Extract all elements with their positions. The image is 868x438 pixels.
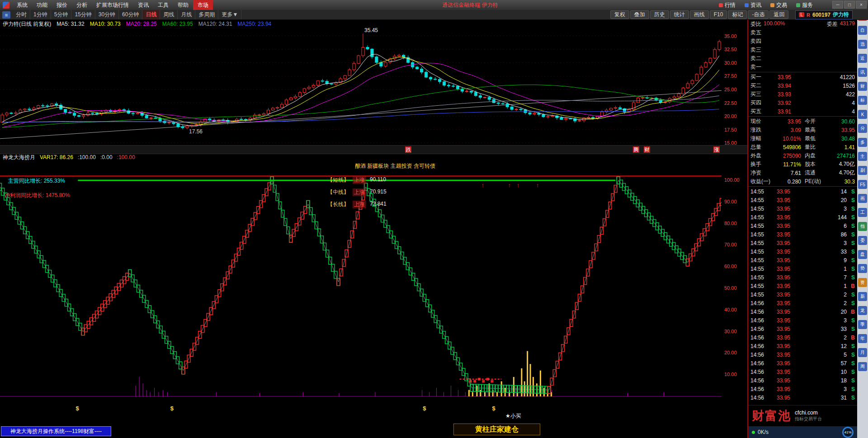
right-strip-icon-5[interactable]: 财 (858, 82, 867, 91)
right-strip-icon-2[interactable]: 选 (858, 40, 867, 49)
trade-row[interactable]: 14:5633.955S (748, 350, 857, 359)
ask-row[interactable]: 卖五 (748, 28, 857, 37)
bid-row[interactable]: 买二33.941526 (748, 81, 857, 90)
trade-row[interactable]: 14:5633.9557S (748, 359, 857, 367)
period-tab-月线[interactable]: 月线 (178, 10, 195, 19)
right-strip-icon-3[interactable]: 近 (858, 54, 867, 63)
trade-row[interactable]: 14:5633.952S (748, 299, 857, 307)
menu-item-功能[interactable]: 功能 (32, 0, 52, 10)
kline-chart[interactable] (0, 28, 722, 145)
close-button[interactable]: × (856, 1, 867, 9)
ask-row[interactable]: 卖二 (748, 54, 857, 63)
right-strip-icon-14[interactable]: 工 (858, 208, 867, 217)
trade-row[interactable]: 14:5633.9518S (748, 376, 857, 385)
period-tab-分时[interactable]: 分时 (13, 10, 30, 19)
right-strip-icon-24[interactable]: 月 (858, 348, 867, 357)
toolbar-button-标记[interactable]: 标记 (728, 10, 747, 19)
trade-row[interactable]: 14:5633.953S (748, 385, 857, 393)
ask-row[interactable]: 卖四 (748, 37, 857, 46)
bid-row[interactable]: 买一33.9541220 (748, 73, 857, 81)
period-tab-1分钟[interactable]: 1分钟 (30, 10, 51, 19)
trade-row[interactable]: 14:5533.952S (748, 290, 857, 299)
menu-item-扩展市场行情[interactable]: 扩展市场行情 (92, 0, 133, 10)
trade-row[interactable]: 14:5633.9520B (748, 307, 857, 316)
trade-row[interactable]: 14:5633.9533S (748, 325, 857, 333)
bid-row[interactable]: 买三33.93422 (748, 90, 857, 99)
ask-row[interactable]: 卖三 (748, 46, 857, 54)
trade-row[interactable]: 14:5633.952B (748, 333, 857, 342)
menu-item-行情[interactable]: 行情 (714, 0, 740, 10)
trade-row[interactable]: 14:5533.953S (748, 239, 857, 247)
trade-row[interactable]: 14:5533.959S (748, 256, 857, 264)
toolbar-button-复权[interactable]: 复权 (610, 10, 629, 19)
menu-item-系统[interactable]: 系统 (12, 0, 32, 10)
menu-item-资讯[interactable]: 资讯 (133, 0, 153, 10)
bid-row[interactable]: 买五33.914 (748, 107, 857, 116)
right-strip-icon-21[interactable]: 龙 (858, 306, 867, 315)
menu-item-market[interactable]: 市场 (193, 0, 213, 10)
trade-row[interactable]: 14:5633.9531S (748, 393, 857, 402)
minimize-button[interactable]: ─ (832, 1, 843, 9)
resource-gauge[interactable]: 41% (842, 427, 854, 438)
right-strip-icon-1[interactable]: 自 (858, 26, 867, 35)
trade-row[interactable]: 14:5633.9510S (748, 367, 857, 376)
stock-tag[interactable]: L R 600197 伊力特 (795, 10, 853, 19)
right-strip-icon-25[interactable]: 周 (858, 362, 867, 371)
bid-row[interactable]: 买四33.924 (748, 99, 857, 107)
menu-item-报价[interactable]: 报价 (52, 0, 72, 10)
right-strip-icon-20[interactable]: 新 (858, 292, 867, 301)
period-tab-5分钟[interactable]: 5分钟 (51, 10, 72, 19)
right-strip-icon-7[interactable]: K (858, 110, 867, 119)
period-tab-15分钟[interactable]: 15分钟 (71, 10, 95, 19)
menu-item-服务[interactable]: 服务 (792, 0, 817, 10)
right-strip-icon-12[interactable]: F5 (858, 180, 867, 189)
trade-row[interactable]: 14:5533.9533S (748, 247, 857, 256)
indicator-name[interactable]: 神龙大海捞月 (3, 153, 35, 161)
right-strip-icon-8[interactable]: 分 (858, 124, 867, 133)
menu-item-资讯[interactable]: 资讯 (740, 0, 766, 10)
toolbar-button-F10[interactable]: F10 (710, 10, 727, 19)
right-strip-icon-13[interactable]: 画 (858, 194, 867, 203)
trade-row[interactable]: 14:5533.9520S (748, 196, 857, 204)
layout-grid-icon[interactable]: ≡ (2, 11, 10, 19)
trade-row[interactable]: 14:5533.957S (748, 273, 857, 282)
period-tab-30分钟[interactable]: 30分钟 (95, 10, 119, 19)
period-tab-更多▼[interactable]: 更多▼ (218, 10, 241, 19)
maximize-button[interactable]: □ (844, 1, 855, 9)
brand-block[interactable]: 财富池 cfchi.com 指标交易平台 (748, 405, 857, 426)
ask-row[interactable]: 卖一 (748, 63, 857, 71)
right-strip-icon-16[interactable]: 委 (858, 236, 867, 245)
menu-item-分析[interactable]: 分析 (72, 0, 92, 10)
right-strip-icon-18[interactable]: 势 (858, 264, 867, 273)
right-strip-icon-10[interactable]: 主 (858, 152, 867, 161)
right-strip-icon-19[interactable]: 资 (858, 278, 867, 287)
toolbar-button-画线[interactable]: 画线 (690, 10, 709, 19)
app-logo-icon[interactable] (3, 2, 9, 9)
toolbar-button-统计[interactable]: 统计 (670, 10, 689, 19)
right-strip-icon-4[interactable]: 讯 (858, 68, 867, 77)
toolbar-button-历史[interactable]: 历史 (650, 10, 669, 19)
period-tab-多周期[interactable]: 多周期 (195, 10, 218, 19)
right-strip-icon-15[interactable]: 指 (858, 222, 867, 231)
system-footer-box[interactable]: 神龙大海捞月操作系统----1198财富---- (1, 426, 111, 436)
trade-row[interactable]: 14:5533.95144S (748, 213, 857, 221)
toolbar-button--自选[interactable]: -自选 (748, 10, 769, 19)
trade-row[interactable]: 14:5533.956S (748, 221, 857, 230)
toolbar-button-叠加[interactable]: 叠加 (630, 10, 649, 19)
right-strip-icon-6[interactable]: 标 (858, 96, 867, 105)
right-strip-icon-17[interactable]: 盘 (858, 250, 867, 259)
trade-row[interactable]: 14:5633.9512S (748, 342, 857, 350)
period-tab-60分钟[interactable]: 60分钟 (119, 10, 142, 19)
period-tab-日线[interactable]: 日线 (142, 10, 160, 19)
period-tab-周线[interactable]: 周线 (160, 10, 178, 19)
menu-item-交易[interactable]: 交易 (766, 0, 792, 10)
trade-row[interactable]: 14:5533.9586S (748, 230, 857, 239)
right-strip-icon-22[interactable]: 季 (858, 320, 867, 329)
right-strip-icon-11[interactable]: 副 (858, 166, 867, 175)
time-and-sales[interactable]: 14:5533.9514S14:5533.9520S14:5533.953S14… (748, 187, 857, 405)
right-strip-icon-9[interactable]: 多 (858, 138, 867, 147)
menu-item-帮助[interactable]: 帮助 (173, 0, 193, 10)
trade-row[interactable]: 14:5533.9514S (748, 187, 857, 196)
trade-row[interactable]: 14:5533.953S (748, 204, 857, 213)
menu-item-工具[interactable]: 工具 (153, 0, 173, 10)
